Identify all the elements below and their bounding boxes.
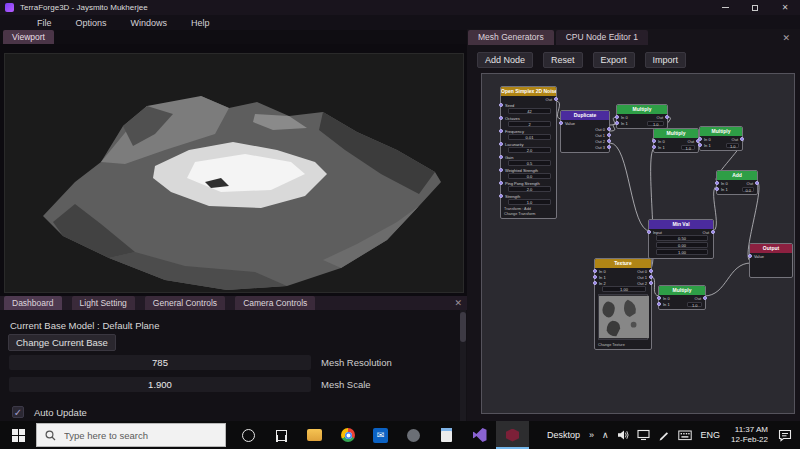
menu-options[interactable]: Options	[76, 18, 107, 28]
node-pin[interactable]	[499, 103, 503, 107]
auto-update-checkbox[interactable]: ✓	[12, 406, 24, 418]
file-explorer-icon[interactable]	[298, 421, 331, 449]
node-pin[interactable]	[607, 133, 611, 137]
tab-viewport[interactable]: Viewport	[3, 30, 54, 44]
node-pin[interactable]	[649, 281, 653, 285]
viewport-panel[interactable]	[4, 53, 464, 293]
node-pin[interactable]	[755, 181, 759, 185]
node-pin[interactable]	[593, 269, 597, 273]
menu-windows[interactable]: Windows	[131, 18, 168, 28]
node-pin[interactable]	[593, 275, 597, 279]
node-pin[interactable]	[711, 230, 715, 234]
node-pin[interactable]	[499, 142, 503, 146]
node-pin[interactable]	[615, 121, 619, 125]
visual-studio-icon[interactable]	[463, 421, 496, 449]
node-pin[interactable]	[607, 139, 611, 143]
toolbar-chevrons[interactable]: »	[585, 430, 598, 440]
maximize-button[interactable]	[740, 0, 770, 15]
minimize-button[interactable]	[710, 0, 740, 15]
tab-mesh-generators[interactable]: Mesh Generators	[468, 30, 554, 45]
node-add[interactable]: AddIn 0OutIn 10.0	[716, 170, 758, 195]
node-value-field[interactable]: 0.50	[656, 235, 708, 241]
node-pin[interactable]	[665, 115, 669, 119]
node-pin[interactable]	[499, 129, 503, 133]
node-pin[interactable]	[593, 281, 597, 285]
tab-dashboard[interactable]: Dashboard	[4, 296, 62, 310]
terraforge3d-icon[interactable]	[496, 421, 529, 449]
node-value-field[interactable]: 42	[508, 108, 551, 114]
node-pin[interactable]	[698, 143, 702, 147]
chat-app-icon[interactable]	[397, 421, 430, 449]
touch-keyboard-icon[interactable]	[678, 430, 692, 441]
node-pin[interactable]	[657, 302, 661, 306]
node-min-val[interactable]: Min ValInputOut0.500.001.00	[648, 219, 714, 259]
tab-general-controls[interactable]: General Controls	[145, 296, 225, 310]
node-pin[interactable]	[647, 230, 651, 234]
node-pin[interactable]	[740, 137, 744, 141]
tab-camera-controls[interactable]: Camera Controls	[235, 296, 315, 310]
node-pin[interactable]	[748, 254, 752, 258]
node-value-field[interactable]: 0.01	[508, 134, 551, 140]
scrollbar-thumb[interactable]	[460, 312, 466, 342]
notepad-icon[interactable]	[430, 421, 463, 449]
terrain-render[interactable]	[5, 54, 464, 293]
node-output[interactable]: OutputValue	[749, 243, 793, 278]
mail-icon[interactable]: ✉	[364, 421, 397, 449]
reset-button[interactable]: Reset	[543, 52, 583, 68]
start-button[interactable]	[0, 421, 36, 449]
import-button[interactable]: Import	[645, 52, 687, 68]
node-multiply-2[interactable]: MultiplyIn 0OutIn 11.0	[653, 128, 699, 153]
node-multiply-4[interactable]: MultiplyIn 0OutIn 11.0	[658, 285, 706, 310]
taskbar-search[interactable]	[36, 423, 226, 447]
node-pin[interactable]	[607, 127, 611, 131]
node-value-field[interactable]: 2.0	[508, 186, 551, 192]
search-input[interactable]	[62, 429, 212, 442]
node-texture[interactable]: TextureIn 0Out 0In 1Out 1In 2Out 21.00 C…	[594, 258, 652, 350]
show-hidden-icons-chevron[interactable]: ∧	[598, 430, 613, 440]
export-button[interactable]: Export	[593, 52, 635, 68]
menu-file[interactable]: File	[37, 18, 52, 28]
node-value-field[interactable]: 1.0	[726, 143, 739, 148]
controls-close-icon[interactable]: ✕	[454, 296, 462, 310]
node-multiply-1[interactable]: MultiplyIn 0OutIn 11.0	[616, 104, 668, 129]
task-view-icon[interactable]	[265, 421, 298, 449]
add-node-button[interactable]: Add Node	[477, 52, 533, 68]
node-duplicate[interactable]: DuplicateValueOut 0Out 1Out 2Out 3	[560, 110, 610, 153]
node-pin[interactable]	[649, 269, 653, 273]
desktop-toolbar-label[interactable]: Desktop	[542, 430, 585, 440]
node-pin[interactable]	[698, 137, 702, 141]
node-pin[interactable]	[652, 145, 656, 149]
network-icon[interactable]	[637, 429, 650, 441]
node-pin[interactable]	[652, 139, 656, 143]
node-value-field[interactable]: 1.0	[687, 302, 702, 307]
node-pin[interactable]	[715, 181, 719, 185]
node-pin[interactable]	[559, 121, 563, 125]
dashboard-scrollbar[interactable]	[460, 310, 466, 421]
node-pin[interactable]	[499, 168, 503, 172]
node-pin[interactable]	[615, 115, 619, 119]
node-pin[interactable]	[554, 97, 558, 101]
node-pin[interactable]	[607, 145, 611, 149]
node-open-simplex-2d-noise[interactable]: Open Simplex 2D NoiseOutSeed42Octaves2Fr…	[500, 86, 557, 219]
title-bar[interactable]: TerraForge3D - Jaysmito Mukherjee ✕	[0, 0, 800, 15]
node-pin[interactable]	[649, 275, 653, 279]
close-button[interactable]: ✕	[770, 0, 800, 15]
node-value-field[interactable]: 0.5	[508, 160, 551, 166]
cortana-icon[interactable]	[232, 421, 265, 449]
pen-icon[interactable]	[658, 429, 670, 441]
node-value-field[interactable]: 1.0	[508, 199, 551, 205]
node-pin[interactable]	[715, 187, 719, 191]
change-current-base-button[interactable]: Change Current Base	[8, 334, 116, 351]
node-canvas[interactable]: Open Simplex 2D NoiseOutSeed42Octaves2Fr…	[481, 73, 795, 414]
node-pin[interactable]	[703, 296, 707, 300]
node-value-field[interactable]: 1.0	[647, 121, 664, 126]
language-indicator[interactable]: ENG	[696, 430, 726, 440]
node-value-field[interactable]: 1.00	[602, 286, 646, 292]
mesh-scale-input[interactable]: 1.900	[9, 377, 311, 392]
tab-light-setting[interactable]: Light Setting	[72, 296, 135, 310]
tab-cpu-node-editor[interactable]: CPU Node Editor 1	[556, 30, 648, 45]
node-value-field[interactable]: 1.00	[656, 249, 708, 255]
node-pin[interactable]	[499, 155, 503, 159]
node-pin[interactable]	[499, 181, 503, 185]
node-value-field[interactable]: 0.00	[656, 242, 708, 248]
